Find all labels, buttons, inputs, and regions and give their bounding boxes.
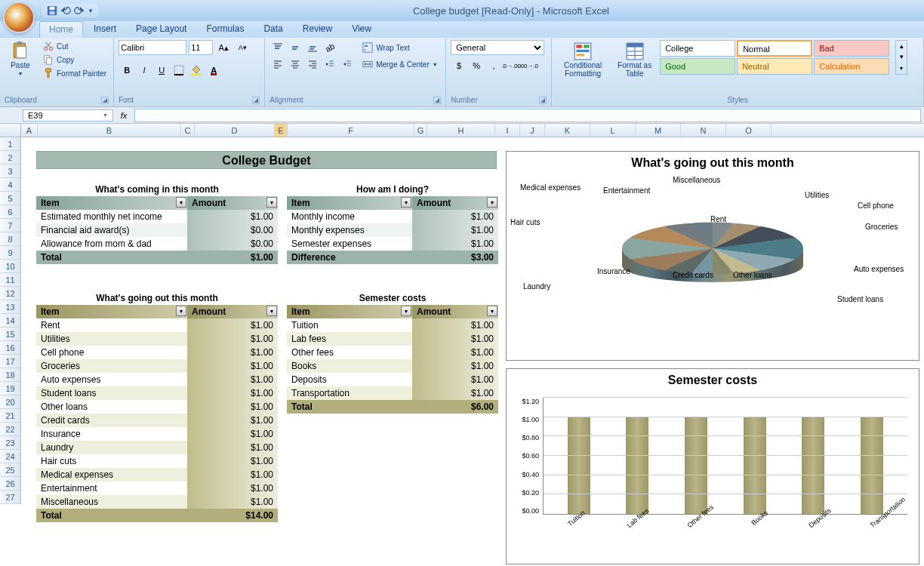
- table-row[interactable]: Monthly income$1.00: [287, 210, 498, 223]
- row-header-22[interactable]: 22: [0, 423, 21, 436]
- underline-button[interactable]: U: [153, 63, 170, 78]
- table-row[interactable]: Allowance from mom & dad$0.00: [36, 237, 278, 251]
- row-header-16[interactable]: 16: [0, 341, 21, 355]
- align-top-button[interactable]: [270, 40, 286, 55]
- bar[interactable]: [626, 417, 648, 514]
- style-neutral[interactable]: Neutral: [737, 58, 812, 75]
- number-format-select[interactable]: General: [451, 40, 544, 55]
- filter-dropdown-icon[interactable]: ▼: [176, 306, 186, 316]
- filter-dropdown-icon[interactable]: ▼: [487, 306, 497, 316]
- table-row[interactable]: Other fees$1.00: [287, 346, 498, 359]
- table-header[interactable]: Item▼: [287, 305, 412, 318]
- font-name-select[interactable]: [119, 40, 186, 55]
- filter-dropdown-icon[interactable]: ▼: [266, 306, 277, 316]
- copy-button[interactable]: Copy: [41, 54, 109, 66]
- redo-icon[interactable]: [74, 5, 85, 16]
- bold-button[interactable]: B: [119, 63, 135, 78]
- col-header-D[interactable]: D: [195, 124, 275, 137]
- dialog-launcher-icon[interactable]: ◢: [101, 97, 109, 104]
- select-all-corner[interactable]: [0, 124, 21, 137]
- align-middle-button[interactable]: [287, 40, 303, 55]
- row-header-3[interactable]: 3: [0, 165, 21, 178]
- row-header-7[interactable]: 7: [0, 219, 21, 232]
- column-headers[interactable]: ABCDEFGHIJKLMNO: [0, 124, 924, 137]
- undo-icon[interactable]: [60, 5, 71, 16]
- table-header[interactable]: Item▼: [36, 196, 187, 210]
- row-header-21[interactable]: 21: [0, 409, 21, 423]
- col-header-A[interactable]: A: [21, 124, 38, 137]
- increase-indent-button[interactable]: [339, 57, 356, 72]
- decrease-indent-button[interactable]: [322, 57, 338, 72]
- grid-body[interactable]: College Budget What's coming in this mon…: [21, 137, 924, 566]
- table-row[interactable]: Lab fees$1.00: [287, 332, 498, 346]
- table-row[interactable]: Utilities$1.00: [36, 332, 278, 346]
- row-header-6[interactable]: 6: [0, 205, 21, 219]
- col-header-E[interactable]: E: [275, 124, 288, 137]
- table-row[interactable]: Other loans$1.00: [36, 400, 278, 414]
- table-row[interactable]: Books$1.00: [287, 359, 498, 373]
- row-header-19[interactable]: 19: [0, 382, 21, 395]
- align-center-button[interactable]: [287, 57, 303, 72]
- dialog-launcher-icon[interactable]: ◢: [433, 97, 441, 104]
- tab-insert[interactable]: Insert: [85, 21, 125, 38]
- table-row[interactable]: Deposits$1.00: [287, 373, 498, 386]
- tab-data[interactable]: Data: [254, 21, 291, 38]
- col-header-G[interactable]: G: [414, 124, 427, 137]
- table-header[interactable]: Amount▼: [412, 196, 498, 210]
- table-row[interactable]: Transportation$1.00: [287, 386, 498, 400]
- row-header-2[interactable]: 2: [0, 151, 21, 165]
- shrink-font-button[interactable]: A▾: [234, 40, 251, 55]
- table-header[interactable]: Amount▼: [187, 196, 278, 210]
- col-header-M[interactable]: M: [636, 124, 681, 137]
- gallery-down-icon[interactable]: ▼: [898, 54, 904, 60]
- col-header-H[interactable]: H: [427, 124, 495, 137]
- comma-button[interactable]: ,: [485, 58, 502, 73]
- currency-button[interactable]: $: [451, 58, 467, 73]
- tab-view[interactable]: View: [343, 21, 380, 38]
- row-header-13[interactable]: 13: [0, 300, 21, 314]
- dialog-launcher-icon[interactable]: ◢: [539, 97, 547, 104]
- table-row[interactable]: Estimated monthly net income$1.00: [36, 210, 278, 223]
- table-row[interactable]: Tuition$1.00: [287, 318, 498, 332]
- row-header-23[interactable]: 23: [0, 436, 21, 450]
- filter-dropdown-icon[interactable]: ▼: [401, 197, 411, 208]
- italic-button[interactable]: I: [136, 63, 152, 78]
- bar[interactable]: [685, 417, 707, 514]
- filter-dropdown-icon[interactable]: ▼: [487, 197, 497, 208]
- tab-page-layout[interactable]: Page Layout: [127, 21, 196, 38]
- name-box[interactable]: E39▼: [23, 109, 113, 122]
- table-row[interactable]: Entertainment$1.00: [36, 481, 278, 495]
- row-header-8[interactable]: 8: [0, 232, 21, 246]
- table-header[interactable]: Amount▼: [187, 305, 278, 318]
- table-row[interactable]: Financial aid award(s)$0.00: [36, 223, 278, 237]
- orientation-button[interactable]: ab: [322, 40, 338, 55]
- col-header-K[interactable]: K: [545, 124, 590, 137]
- table-header[interactable]: Item▼: [287, 196, 412, 210]
- style-normal[interactable]: Normal: [737, 40, 812, 57]
- col-header-O[interactable]: O: [726, 124, 772, 137]
- fill-color-button[interactable]: [188, 63, 205, 78]
- bar-chart[interactable]: Semester costs $1.20$1.00$0.80$0.60$0.40…: [506, 368, 919, 564]
- row-header-25[interactable]: 25: [0, 463, 21, 477]
- row-header-5[interactable]: 5: [0, 192, 21, 205]
- table-row[interactable]: Medical expenses$1.00: [36, 468, 278, 481]
- col-header-I[interactable]: I: [495, 124, 520, 137]
- table-header[interactable]: Item▼: [36, 305, 187, 318]
- pie-chart[interactable]: What's going out this month Miscellaneou…: [506, 151, 919, 361]
- font-size-select[interactable]: [189, 40, 213, 55]
- paste-button[interactable]: Paste ▼: [5, 40, 36, 79]
- save-icon[interactable]: [47, 5, 57, 16]
- style-bad[interactable]: Bad: [814, 40, 889, 57]
- style-good[interactable]: Good: [660, 58, 735, 75]
- row-header-4[interactable]: 4: [0, 178, 21, 192]
- table-row[interactable]: Cell phone$1.00: [36, 346, 278, 359]
- filter-dropdown-icon[interactable]: ▼: [266, 197, 277, 208]
- align-bottom-button[interactable]: [304, 40, 321, 55]
- decrease-decimal-button[interactable]: .00→.0: [520, 58, 537, 73]
- row-header-14[interactable]: 14: [0, 314, 21, 328]
- percent-button[interactable]: %: [468, 58, 485, 73]
- table-row[interactable]: Hair cuts$1.00: [36, 454, 278, 468]
- style-college[interactable]: College: [660, 40, 735, 57]
- table-row[interactable]: Credit cards$1.00: [36, 414, 278, 427]
- table-row[interactable]: Laundry$1.00: [36, 441, 278, 454]
